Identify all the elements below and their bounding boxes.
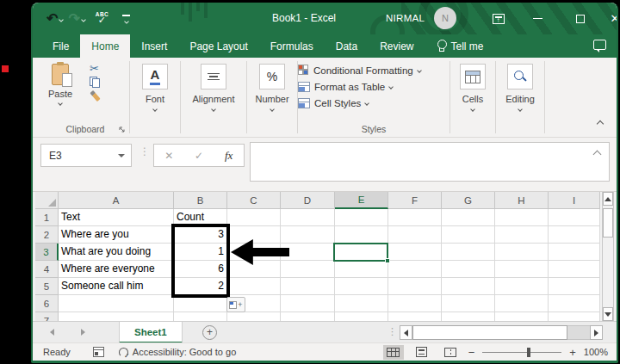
- chevron-down-icon[interactable]: [211, 107, 216, 112]
- comment-icon[interactable]: [593, 40, 606, 50]
- cell-C7[interactable]: [227, 312, 281, 321]
- cell-I7[interactable]: [549, 312, 600, 321]
- cell-H2[interactable]: [495, 226, 549, 244]
- cell-E4[interactable]: [335, 261, 388, 278]
- ribbon-display-options-button[interactable]: [484, 3, 513, 34]
- cell-B6[interactable]: [174, 295, 227, 312]
- spelling-button[interactable]: ABC✓: [96, 12, 108, 26]
- cell-F7[interactable]: [388, 312, 442, 321]
- cell-A5[interactable]: Someone call him: [59, 278, 174, 295]
- paste-button[interactable]: Paste: [48, 64, 72, 105]
- cell-G2[interactable]: [442, 226, 495, 244]
- cell-H6[interactable]: [495, 295, 549, 312]
- chevron-down-icon[interactable]: [152, 107, 158, 112]
- zoom-level[interactable]: 100%: [584, 347, 608, 357]
- redo-dropdown-icon[interactable]: [81, 17, 86, 22]
- formula-input[interactable]: [250, 142, 610, 182]
- scroll-up-button[interactable]: [603, 192, 613, 206]
- cell-I5[interactable]: [549, 278, 600, 295]
- cell-F4[interactable]: [388, 261, 442, 278]
- tab-page-layout[interactable]: Page Layout: [178, 34, 258, 58]
- cell-styles-button[interactable]: Cell Styles: [298, 95, 450, 111]
- close-button[interactable]: ✕: [600, 3, 617, 34]
- editing-group[interactable]: Editing: [496, 58, 544, 137]
- tab-file[interactable]: File: [41, 34, 80, 58]
- cell-C1[interactable]: [227, 209, 281, 226]
- col-header-I[interactable]: I: [549, 192, 600, 209]
- row-header-3[interactable]: 3: [35, 244, 59, 261]
- tab-formulas[interactable]: Formulas: [259, 34, 325, 58]
- cell-D1[interactable]: [281, 209, 335, 226]
- fill-handle[interactable]: [385, 258, 390, 263]
- undo-button[interactable]: ↶: [46, 12, 63, 26]
- customize-quick-access-button[interactable]: [122, 15, 130, 23]
- maximize-button[interactable]: [566, 3, 595, 34]
- cell-E1[interactable]: [335, 209, 388, 226]
- account-name[interactable]: NIRMAL: [386, 13, 425, 23]
- cut-icon[interactable]: ✂: [90, 63, 100, 74]
- cell-E7[interactable]: [335, 312, 388, 321]
- undo-dropdown-icon[interactable]: [59, 17, 65, 22]
- cell-A3[interactable]: What are you doing: [59, 244, 174, 261]
- enter-button[interactable]: ✓: [184, 145, 214, 166]
- row-header-7[interactable]: 7: [35, 312, 59, 321]
- insert-function-button[interactable]: fx: [214, 145, 244, 166]
- quick-analysis-button[interactable]: +: [226, 297, 245, 312]
- cell-E5[interactable]: [335, 278, 388, 295]
- cell-A2[interactable]: Where are you: [59, 226, 174, 244]
- row-header-6[interactable]: 6: [35, 295, 59, 312]
- scroll-right-button[interactable]: [590, 325, 603, 340]
- copy-icon[interactable]: [90, 77, 100, 88]
- chevron-down-icon[interactable]: [270, 107, 275, 112]
- zoom-slider[interactable]: [482, 347, 561, 358]
- cancel-button[interactable]: ✕: [154, 145, 184, 166]
- tab-review[interactable]: Review: [369, 34, 425, 58]
- cell-I6[interactable]: [549, 295, 600, 312]
- tab-home[interactable]: Home: [80, 34, 130, 58]
- cell-A4[interactable]: Where are everyone: [59, 261, 174, 278]
- scroll-down-button[interactable]: [603, 307, 613, 321]
- chevron-down-icon[interactable]: [58, 101, 63, 106]
- cell-I2[interactable]: [549, 226, 600, 244]
- name-box[interactable]: E3: [40, 144, 132, 167]
- cell-B7[interactable]: [174, 312, 227, 321]
- cell-A7[interactable]: [59, 312, 174, 321]
- cell-F1[interactable]: [388, 209, 442, 226]
- col-header-C[interactable]: C: [227, 192, 281, 209]
- cell-C5[interactable]: [227, 278, 281, 295]
- name-box-dropdown-icon[interactable]: [118, 154, 125, 157]
- chevron-down-icon[interactable]: [518, 107, 523, 112]
- formula-bar-collapse-icon[interactable]: [593, 151, 602, 159]
- cell-F6[interactable]: [388, 295, 442, 312]
- col-header-A[interactable]: A: [59, 192, 174, 209]
- cell-H5[interactable]: [495, 278, 549, 295]
- sheet-tab-sheet1[interactable]: Sheet1: [119, 322, 183, 343]
- formula-bar-splitter[interactable]: ⋮: [140, 145, 150, 157]
- cell-F3[interactable]: [388, 244, 442, 261]
- col-header-F[interactable]: F: [388, 192, 442, 209]
- number-group[interactable]: % Number: [247, 58, 297, 137]
- select-all-corner[interactable]: [35, 192, 59, 209]
- tab-scroll-splitter[interactable]: ⋮: [388, 326, 397, 337]
- cell-D6[interactable]: [281, 295, 335, 312]
- previous-sheet-button[interactable]: [50, 329, 54, 336]
- page-layout-view-button[interactable]: [412, 345, 432, 360]
- zoom-out-button[interactable]: −: [468, 346, 475, 359]
- minimize-button[interactable]: [523, 3, 552, 34]
- chevron-down-icon[interactable]: [470, 107, 475, 112]
- conditional-formatting-button[interactable]: Conditional Formatting: [298, 62, 450, 78]
- cell-A6[interactable]: [59, 295, 174, 312]
- cells-group[interactable]: Cells: [450, 58, 495, 137]
- format-as-table-button[interactable]: Format as Table: [298, 78, 450, 95]
- row-header-2[interactable]: 2: [35, 226, 59, 244]
- cell-I3[interactable]: [549, 244, 600, 261]
- cell-E6[interactable]: [335, 295, 388, 312]
- alignment-group[interactable]: Alignment: [181, 58, 246, 137]
- cell-A1[interactable]: Text: [59, 209, 174, 226]
- cell-C4[interactable]: [227, 261, 281, 278]
- redo-button[interactable]: ↷: [68, 12, 84, 26]
- cell-G6[interactable]: [442, 295, 495, 312]
- row-header-5[interactable]: 5: [35, 278, 59, 295]
- format-painter-icon[interactable]: [90, 90, 100, 102]
- accessibility-status[interactable]: Accessibility: Good to go: [118, 347, 236, 358]
